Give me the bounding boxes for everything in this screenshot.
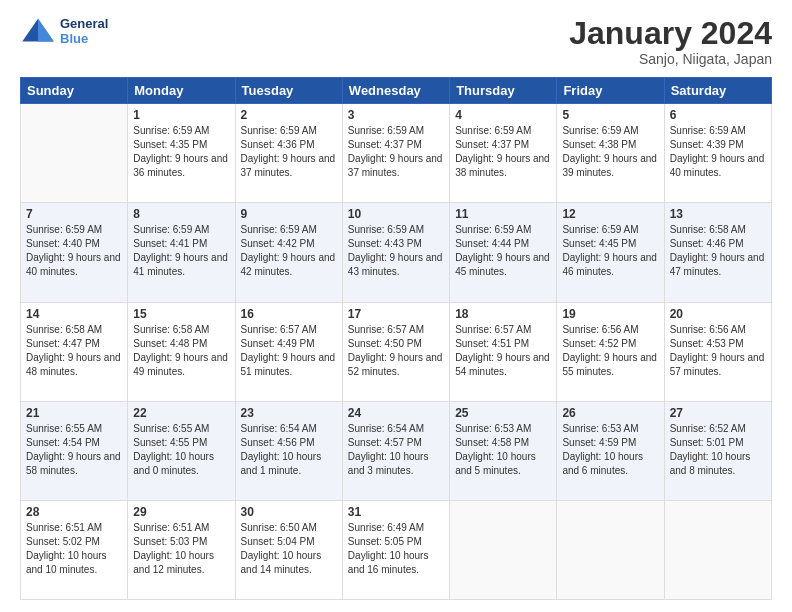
date-number: 7 xyxy=(26,207,122,221)
logo-text: General Blue xyxy=(60,16,108,46)
table-row: 12Sunrise: 6:59 AMSunset: 4:45 PMDayligh… xyxy=(557,203,664,302)
cell-info: Sunrise: 6:59 AMSunset: 4:37 PMDaylight:… xyxy=(455,124,551,180)
date-number: 14 xyxy=(26,307,122,321)
date-number: 6 xyxy=(670,108,766,122)
cell-info: Sunrise: 6:58 AMSunset: 4:46 PMDaylight:… xyxy=(670,223,766,279)
date-number: 29 xyxy=(133,505,229,519)
logo: General Blue xyxy=(20,16,108,46)
date-number: 8 xyxy=(133,207,229,221)
cell-info: Sunrise: 6:56 AMSunset: 4:53 PMDaylight:… xyxy=(670,323,766,379)
table-row: 16Sunrise: 6:57 AMSunset: 4:49 PMDayligh… xyxy=(235,302,342,401)
date-number: 24 xyxy=(348,406,444,420)
date-number: 28 xyxy=(26,505,122,519)
main-title: January 2024 xyxy=(569,16,772,51)
cell-info: Sunrise: 6:58 AMSunset: 4:47 PMDaylight:… xyxy=(26,323,122,379)
cell-info: Sunrise: 6:53 AMSunset: 4:58 PMDaylight:… xyxy=(455,422,551,478)
date-number: 26 xyxy=(562,406,658,420)
cell-info: Sunrise: 6:55 AMSunset: 4:55 PMDaylight:… xyxy=(133,422,229,478)
date-number: 10 xyxy=(348,207,444,221)
cell-info: Sunrise: 6:57 AMSunset: 4:49 PMDaylight:… xyxy=(241,323,337,379)
table-row: 29Sunrise: 6:51 AMSunset: 5:03 PMDayligh… xyxy=(128,500,235,599)
table-row: 11Sunrise: 6:59 AMSunset: 4:44 PMDayligh… xyxy=(450,203,557,302)
date-number: 4 xyxy=(455,108,551,122)
table-row: 1Sunrise: 6:59 AMSunset: 4:35 PMDaylight… xyxy=(128,104,235,203)
table-row: 20Sunrise: 6:56 AMSunset: 4:53 PMDayligh… xyxy=(664,302,771,401)
cell-info: Sunrise: 6:50 AMSunset: 5:04 PMDaylight:… xyxy=(241,521,337,577)
cell-info: Sunrise: 6:59 AMSunset: 4:40 PMDaylight:… xyxy=(26,223,122,279)
date-number: 19 xyxy=(562,307,658,321)
date-number: 30 xyxy=(241,505,337,519)
date-number: 9 xyxy=(241,207,337,221)
table-row: 7Sunrise: 6:59 AMSunset: 4:40 PMDaylight… xyxy=(21,203,128,302)
calendar-week-row: 28Sunrise: 6:51 AMSunset: 5:02 PMDayligh… xyxy=(21,500,772,599)
date-number: 1 xyxy=(133,108,229,122)
table-row xyxy=(21,104,128,203)
cell-info: Sunrise: 6:54 AMSunset: 4:56 PMDaylight:… xyxy=(241,422,337,478)
date-number: 18 xyxy=(455,307,551,321)
calendar-week-row: 1Sunrise: 6:59 AMSunset: 4:35 PMDaylight… xyxy=(21,104,772,203)
table-row: 31Sunrise: 6:49 AMSunset: 5:05 PMDayligh… xyxy=(342,500,449,599)
cell-info: Sunrise: 6:55 AMSunset: 4:54 PMDaylight:… xyxy=(26,422,122,478)
table-row: 19Sunrise: 6:56 AMSunset: 4:52 PMDayligh… xyxy=(557,302,664,401)
table-row xyxy=(557,500,664,599)
date-number: 23 xyxy=(241,406,337,420)
cell-info: Sunrise: 6:59 AMSunset: 4:39 PMDaylight:… xyxy=(670,124,766,180)
date-number: 21 xyxy=(26,406,122,420)
table-row: 25Sunrise: 6:53 AMSunset: 4:58 PMDayligh… xyxy=(450,401,557,500)
subtitle: Sanjo, Niigata, Japan xyxy=(569,51,772,67)
date-number: 27 xyxy=(670,406,766,420)
cell-info: Sunrise: 6:59 AMSunset: 4:45 PMDaylight:… xyxy=(562,223,658,279)
cell-info: Sunrise: 6:59 AMSunset: 4:37 PMDaylight:… xyxy=(348,124,444,180)
table-row: 6Sunrise: 6:59 AMSunset: 4:39 PMDaylight… xyxy=(664,104,771,203)
header-thursday: Thursday xyxy=(450,78,557,104)
table-row: 22Sunrise: 6:55 AMSunset: 4:55 PMDayligh… xyxy=(128,401,235,500)
cell-info: Sunrise: 6:49 AMSunset: 5:05 PMDaylight:… xyxy=(348,521,444,577)
table-row xyxy=(664,500,771,599)
cell-info: Sunrise: 6:58 AMSunset: 4:48 PMDaylight:… xyxy=(133,323,229,379)
cell-info: Sunrise: 6:52 AMSunset: 5:01 PMDaylight:… xyxy=(670,422,766,478)
page: General Blue January 2024 Sanjo, Niigata… xyxy=(0,0,792,612)
date-number: 11 xyxy=(455,207,551,221)
calendar-week-row: 14Sunrise: 6:58 AMSunset: 4:47 PMDayligh… xyxy=(21,302,772,401)
svg-marker-1 xyxy=(38,19,54,42)
table-row: 30Sunrise: 6:50 AMSunset: 5:04 PMDayligh… xyxy=(235,500,342,599)
table-row xyxy=(450,500,557,599)
cell-info: Sunrise: 6:59 AMSunset: 4:41 PMDaylight:… xyxy=(133,223,229,279)
logo-icon xyxy=(20,17,56,45)
calendar-week-row: 21Sunrise: 6:55 AMSunset: 4:54 PMDayligh… xyxy=(21,401,772,500)
table-row: 26Sunrise: 6:53 AMSunset: 4:59 PMDayligh… xyxy=(557,401,664,500)
table-row: 27Sunrise: 6:52 AMSunset: 5:01 PMDayligh… xyxy=(664,401,771,500)
cell-info: Sunrise: 6:59 AMSunset: 4:43 PMDaylight:… xyxy=(348,223,444,279)
table-row: 10Sunrise: 6:59 AMSunset: 4:43 PMDayligh… xyxy=(342,203,449,302)
cell-info: Sunrise: 6:59 AMSunset: 4:38 PMDaylight:… xyxy=(562,124,658,180)
date-number: 15 xyxy=(133,307,229,321)
table-row: 24Sunrise: 6:54 AMSunset: 4:57 PMDayligh… xyxy=(342,401,449,500)
date-number: 31 xyxy=(348,505,444,519)
date-number: 22 xyxy=(133,406,229,420)
calendar-header-row: Sunday Monday Tuesday Wednesday Thursday… xyxy=(21,78,772,104)
date-number: 13 xyxy=(670,207,766,221)
header: General Blue January 2024 Sanjo, Niigata… xyxy=(20,16,772,67)
date-number: 5 xyxy=(562,108,658,122)
header-saturday: Saturday xyxy=(664,78,771,104)
date-number: 3 xyxy=(348,108,444,122)
cell-info: Sunrise: 6:59 AMSunset: 4:35 PMDaylight:… xyxy=(133,124,229,180)
cell-info: Sunrise: 6:51 AMSunset: 5:03 PMDaylight:… xyxy=(133,521,229,577)
table-row: 18Sunrise: 6:57 AMSunset: 4:51 PMDayligh… xyxy=(450,302,557,401)
cell-info: Sunrise: 6:59 AMSunset: 4:36 PMDaylight:… xyxy=(241,124,337,180)
table-row: 3Sunrise: 6:59 AMSunset: 4:37 PMDaylight… xyxy=(342,104,449,203)
header-sunday: Sunday xyxy=(21,78,128,104)
date-number: 2 xyxy=(241,108,337,122)
header-wednesday: Wednesday xyxy=(342,78,449,104)
cell-info: Sunrise: 6:59 AMSunset: 4:44 PMDaylight:… xyxy=(455,223,551,279)
date-number: 25 xyxy=(455,406,551,420)
table-row: 5Sunrise: 6:59 AMSunset: 4:38 PMDaylight… xyxy=(557,104,664,203)
cell-info: Sunrise: 6:59 AMSunset: 4:42 PMDaylight:… xyxy=(241,223,337,279)
header-tuesday: Tuesday xyxy=(235,78,342,104)
cell-info: Sunrise: 6:57 AMSunset: 4:50 PMDaylight:… xyxy=(348,323,444,379)
table-row: 2Sunrise: 6:59 AMSunset: 4:36 PMDaylight… xyxy=(235,104,342,203)
cell-info: Sunrise: 6:57 AMSunset: 4:51 PMDaylight:… xyxy=(455,323,551,379)
table-row: 23Sunrise: 6:54 AMSunset: 4:56 PMDayligh… xyxy=(235,401,342,500)
date-number: 17 xyxy=(348,307,444,321)
table-row: 28Sunrise: 6:51 AMSunset: 5:02 PMDayligh… xyxy=(21,500,128,599)
